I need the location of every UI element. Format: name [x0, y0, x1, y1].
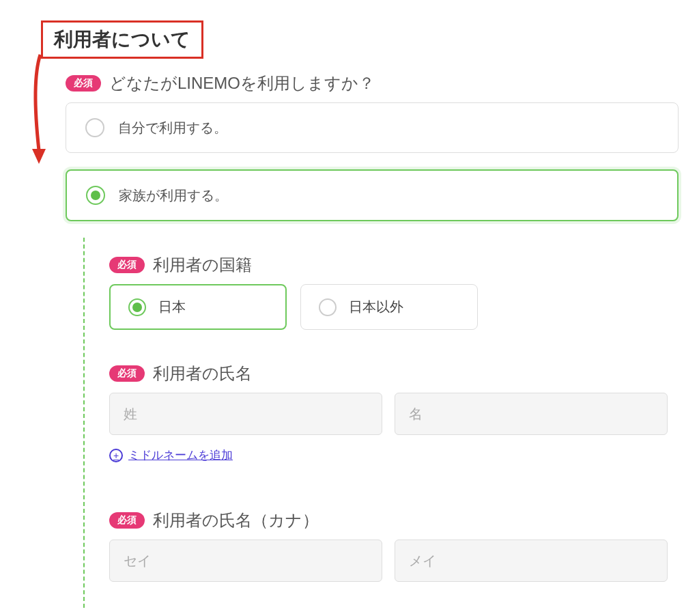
nationality-label-row: 必須 利用者の国籍 — [109, 254, 679, 276]
nationality-option-non-japan[interactable]: 日本以外 — [300, 284, 478, 330]
radio-icon — [319, 298, 337, 316]
username-label-row: 必須 利用者の氏名 — [109, 363, 679, 384]
annotation-arrow — [30, 55, 51, 164]
nationality-option-japan[interactable]: 日本 — [109, 284, 287, 330]
required-badge: 必須 — [109, 365, 145, 382]
who-uses-label: どなたがLINEMOを利用しますか？ — [109, 72, 375, 94]
required-badge: 必須 — [66, 75, 101, 92]
radio-option-label: 家族が利用する。 — [119, 186, 228, 205]
section-title: 利用者について — [41, 20, 203, 59]
radio-option-self[interactable]: 自分で利用する。 — [66, 102, 679, 153]
svg-marker-0 — [32, 149, 46, 164]
first-name-kana-input[interactable] — [395, 540, 668, 582]
radio-icon — [86, 186, 105, 205]
radio-option-label: 自分で利用する。 — [118, 119, 227, 137]
username-label: 利用者の氏名 — [153, 363, 252, 384]
radio-icon — [85, 118, 104, 137]
radio-option-family[interactable]: 家族が利用する。 — [66, 169, 679, 221]
required-badge: 必須 — [109, 257, 145, 273]
required-badge: 必須 — [109, 512, 145, 529]
who-uses-label-row: 必須 どなたがLINEMOを利用しますか？ — [66, 72, 679, 94]
nationality-label: 利用者の国籍 — [153, 254, 252, 276]
plus-circle-icon: + — [109, 449, 123, 462]
radio-icon — [128, 298, 146, 316]
last-name-input[interactable] — [109, 393, 382, 435]
first-name-input[interactable] — [395, 393, 668, 435]
username-kana-label: 利用者の氏名（カナ） — [153, 509, 319, 531]
add-middle-name-link[interactable]: + ミドルネームを追加 — [109, 447, 233, 463]
nationality-option-label: 日本 — [158, 298, 186, 316]
add-middle-name-label: ミドルネームを追加 — [128, 447, 233, 463]
last-name-kana-input[interactable] — [109, 540, 382, 582]
username-kana-label-row: 必須 利用者の氏名（カナ） — [109, 509, 679, 531]
family-subsection: 必須 利用者の国籍 日本 日本以外 必須 利用者の氏名 — [83, 238, 679, 608]
nationality-option-label: 日本以外 — [349, 298, 403, 316]
